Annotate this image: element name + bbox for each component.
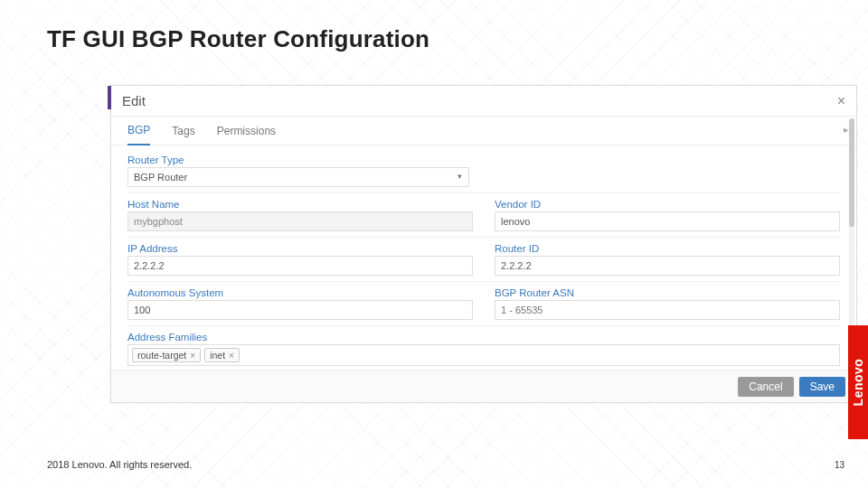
label-router-id: Router ID xyxy=(495,243,840,254)
slide-title: TF GUI BGP Router Configuration xyxy=(47,25,429,53)
modal-header: Edit × xyxy=(111,86,856,117)
scrollbar-thumb[interactable] xyxy=(849,118,854,227)
address-families-input[interactable]: route-target × inet × xyxy=(127,344,840,366)
label-asn: Autonomous System xyxy=(127,287,473,298)
router-type-value[interactable] xyxy=(127,167,469,187)
tab-tags[interactable]: Tags xyxy=(172,125,194,145)
label-address-families: Address Families xyxy=(127,332,840,343)
tag-label: inet xyxy=(210,350,225,361)
decorative-edge xyxy=(108,86,111,109)
label-ip-address: IP Address xyxy=(127,243,473,254)
host-name-input xyxy=(127,211,473,231)
select-router-type[interactable]: ▾ xyxy=(127,167,469,187)
copyright: 2018 Lenovo. All rights reserved. xyxy=(47,459,192,470)
asn-input[interactable] xyxy=(127,300,473,320)
modal-title: Edit xyxy=(122,93,146,108)
modal-edit: Edit × BGP Tags Permissions ▸ Router Typ… xyxy=(110,85,857,403)
divider xyxy=(127,281,840,282)
remove-icon[interactable]: × xyxy=(190,351,195,361)
label-vendor-id: Vendor ID xyxy=(495,199,840,210)
label-router-type: Router Type xyxy=(127,155,469,165)
label-host-name: Host Name xyxy=(127,199,473,210)
save-button[interactable]: Save xyxy=(799,377,845,397)
divider xyxy=(127,237,840,238)
bgp-asn-input[interactable] xyxy=(495,300,840,320)
tag-inet[interactable]: inet × xyxy=(204,348,240,362)
tab-bar: BGP Tags Permissions xyxy=(111,117,856,145)
cancel-button[interactable]: Cancel xyxy=(738,377,793,397)
brand-label: Lenovo xyxy=(851,359,865,407)
ip-address-input[interactable] xyxy=(127,256,473,276)
close-icon[interactable]: × xyxy=(837,93,845,109)
divider xyxy=(127,192,840,193)
router-id-input[interactable] xyxy=(495,256,840,276)
form-body: Router Type ▾ Host Name Vendor ID xyxy=(111,145,856,370)
tab-bgp[interactable]: BGP xyxy=(127,124,150,145)
divider xyxy=(127,325,840,326)
tab-permissions[interactable]: Permissions xyxy=(217,125,276,145)
remove-icon[interactable]: × xyxy=(229,351,234,361)
modal-footer: Cancel Save xyxy=(111,370,856,402)
page-number: 13 xyxy=(835,460,844,470)
brand-bar: Lenovo xyxy=(848,325,868,439)
scrollbar[interactable] xyxy=(849,118,854,353)
vendor-id-input[interactable] xyxy=(495,211,840,231)
tag-route-target[interactable]: route-target × xyxy=(132,348,201,362)
tag-label: route-target xyxy=(137,350,186,361)
label-bgp-asn: BGP Router ASN xyxy=(495,287,840,298)
